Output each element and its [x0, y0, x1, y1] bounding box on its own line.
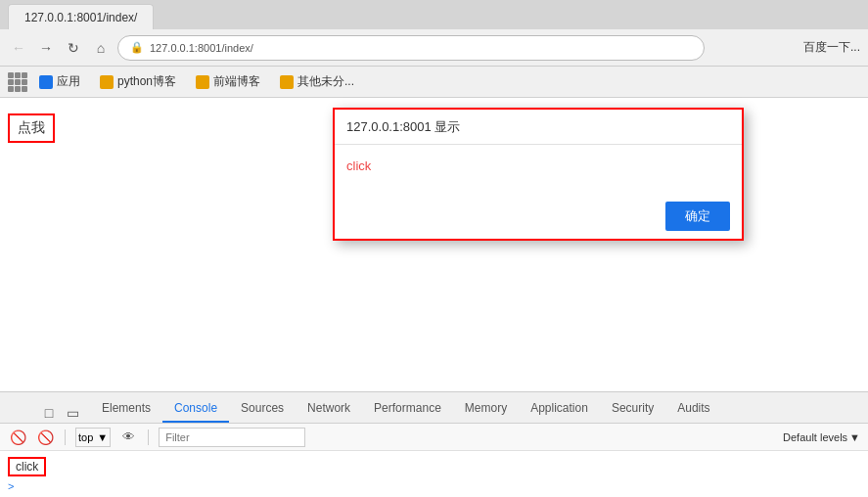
lock-icon: 🔒	[130, 41, 144, 54]
bookmark-frontend-label: 前端博客	[213, 73, 260, 90]
console-output-text: click	[8, 457, 46, 476]
address-bar[interactable]: 🔒 127.0.0.1:8001/index/	[117, 35, 705, 61]
tab-performance[interactable]: Performance	[362, 395, 453, 423]
levels-selector[interactable]: Default levels ▼	[783, 431, 860, 443]
bookmark-other-label: 其他未分...	[297, 73, 354, 90]
alert-footer: 确定	[335, 194, 742, 239]
bookmark-python-icon	[100, 75, 114, 89]
devtools-console-content: click >	[0, 451, 868, 497]
alert-body: click	[335, 145, 742, 194]
tab-sources[interactable]: Sources	[229, 395, 296, 423]
bookmark-python-label: python博客	[117, 73, 176, 90]
toolbar-separator-2	[148, 429, 149, 445]
toolbar-separator	[65, 429, 66, 445]
url-text: 127.0.0.1:8001/index/	[150, 42, 253, 54]
bookmarks-bar: 应用 python博客 前端博客 其他未分...	[0, 67, 868, 98]
context-selector[interactable]: top ▼	[75, 428, 111, 447]
devtools-tab-bar: □ ▭ Elements Console Sources Network Per…	[0, 392, 868, 424]
tab-console[interactable]: Console	[162, 395, 229, 423]
alert-dialog: 127.0.0.1:8001 显示 click 确定	[333, 108, 744, 241]
bookmark-other[interactable]: 其他未分...	[272, 71, 362, 92]
eye-icon[interactable]: 👁	[118, 428, 138, 447]
tab-bar: 127.0.0.1:8001/index/	[0, 0, 868, 29]
levels-label: Default levels	[783, 431, 847, 443]
alert-message: click	[346, 158, 371, 173]
bookmark-apps-text: 应用	[57, 73, 80, 90]
refresh-button[interactable]: ↻	[63, 37, 84, 59]
bookmark-other-icon	[280, 75, 294, 89]
console-line: click	[8, 455, 860, 478]
tab-security[interactable]: Security	[600, 395, 665, 423]
tab-title: 127.0.0.1:8001/index/	[24, 11, 137, 24]
tab-elements[interactable]: Elements	[90, 395, 162, 423]
forward-button[interactable]: →	[35, 37, 57, 59]
devtools-panel: □ ▭ Elements Console Sources Network Per…	[0, 391, 868, 497]
alert-overlay: 127.0.0.1:8001 显示 click 确定	[0, 98, 868, 391]
baidu-button[interactable]: 百度一下...	[803, 39, 860, 56]
console-prompt-icon: >	[8, 480, 14, 492]
bookmark-apps-label[interactable]: 应用	[31, 71, 88, 92]
filter-input[interactable]	[159, 428, 305, 447]
apps-grid-icon[interactable]	[8, 72, 27, 92]
devtools-toolbar: 🚫 🚫 top ▼ 👁 Default levels ▼	[0, 424, 868, 451]
toolbar: ← → ↻ ⌂ 🔒 127.0.0.1:8001/index/ 百度一下...	[0, 29, 868, 67]
tab-network[interactable]: Network	[296, 395, 362, 423]
devtools-inspect-icon[interactable]: □	[39, 403, 59, 423]
alert-ok-button[interactable]: 确定	[665, 202, 730, 231]
console-prompt-line: >	[8, 478, 860, 494]
bookmark-frontend[interactable]: 前端博客	[188, 71, 268, 92]
alert-title: 127.0.0.1:8001 显示	[346, 119, 460, 134]
back-button[interactable]: ←	[8, 37, 29, 59]
bookmark-apps-icon	[39, 75, 53, 89]
bookmark-python[interactable]: python博客	[92, 71, 184, 92]
tab-application[interactable]: Application	[519, 395, 600, 423]
levels-dropdown-icon: ▼	[849, 431, 860, 443]
devtools-device-icon[interactable]: ▭	[63, 403, 82, 423]
alert-title-bar: 127.0.0.1:8001 显示	[335, 110, 742, 145]
context-dropdown-icon: ▼	[97, 431, 108, 443]
tab-audits[interactable]: Audits	[665, 395, 721, 423]
home-button[interactable]: ⌂	[90, 37, 112, 59]
context-value: top	[78, 431, 93, 443]
tab-memory[interactable]: Memory	[453, 395, 519, 423]
bookmark-frontend-icon	[196, 75, 209, 89]
page-content: 点我 127.0.0.1:8001 显示 click 确定	[0, 98, 868, 391]
block-icon[interactable]: 🚫	[35, 428, 55, 447]
clear-console-icon[interactable]: 🚫	[8, 428, 27, 447]
browser-tab[interactable]: 127.0.0.1:8001/index/	[8, 4, 154, 29]
